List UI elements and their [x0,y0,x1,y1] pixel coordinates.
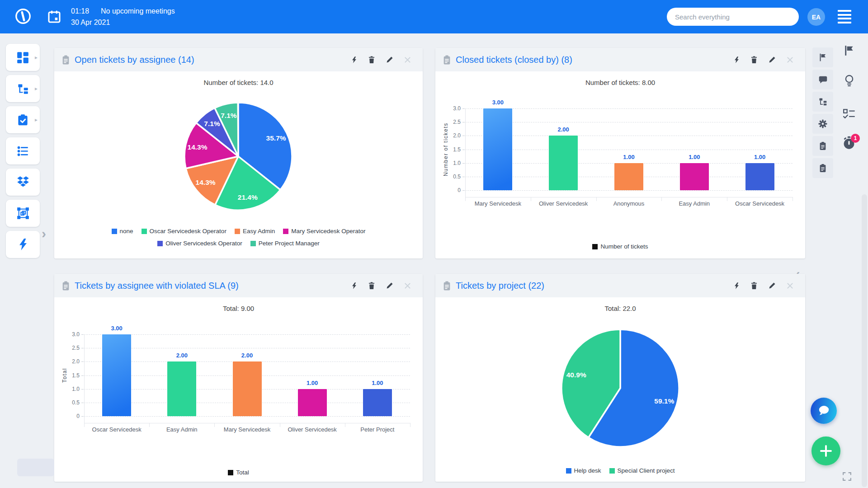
notification-badge[interactable]: 1 [851,134,860,143]
bar-value-label: 1.00 [609,154,649,160]
delete-trash-icon[interactable] [750,56,758,64]
bar[interactable] [363,389,392,416]
widget-header: Open tickets by assignee (14) [54,48,423,71]
edit-pencil-icon[interactable] [386,282,393,289]
bar[interactable] [483,108,512,190]
bar[interactable] [614,163,643,190]
quick-action-bolt-icon[interactable] [351,282,357,290]
tree-icon [818,97,827,106]
delete-trash-icon[interactable] [368,282,375,290]
current-date: 30 Apr 2021 [71,17,175,28]
close-icon[interactable] [404,282,411,289]
calendar-icon[interactable] [47,9,61,26]
chart-legend: Total [182,469,295,476]
dock-item-board[interactable] [812,136,833,156]
bar[interactable] [680,163,709,190]
edit-pencil-icon[interactable] [386,56,393,63]
legend-swatch-icon [112,229,117,234]
delete-trash-icon[interactable] [368,56,375,64]
pie-percent-label: 7.1% [204,120,220,127]
bar[interactable] [298,389,327,416]
bar-value-label: 1.00 [740,154,780,160]
y-tick-label: 3.0 [445,105,461,112]
dock-item-settings[interactable] [812,114,833,134]
app-logo-icon[interactable] [14,7,32,27]
toolbar-ideas[interactable] [842,73,856,88]
chart-subtitle: Total: 9.00 [54,305,423,312]
legend-swatch-icon [566,468,571,474]
sidebar-item-automation[interactable] [6,231,40,258]
bar[interactable] [745,163,774,190]
sidebar-item-canvas[interactable] [6,200,40,227]
x-category-label: Oliver Servicedesk [280,426,345,433]
close-icon[interactable] [787,282,793,289]
top-bar: 01:18No upcoming meetings 30 Apr 2021 EA [0,0,868,33]
delete-trash-icon[interactable] [750,282,758,290]
legend-swatch-icon [250,241,256,246]
bar[interactable] [167,361,196,416]
meeting-info: 01:18No upcoming meetings 30 Apr 2021 [71,5,175,28]
clipboard-icon [818,163,827,173]
bar[interactable] [233,361,262,416]
toolbar-flag[interactable] [842,43,856,58]
dock-item-comments[interactable] [812,70,833,89]
y-tick-label: 1.0 [445,160,461,166]
edit-pencil-icon[interactable] [769,56,776,63]
sidebar-item-dropbox[interactable] [6,169,40,196]
bar-value-label: 2.00 [161,352,202,359]
submenu-chevron-icon: ▸ [35,54,38,61]
legend-swatch-icon [228,470,233,475]
y-tick-label: 0 [445,187,461,193]
legend-item: Mary Servicedesk Operator [283,228,365,235]
chart-subtitle: Number of tickets: 8.00 [435,79,805,86]
bar-value-label: 1.00 [357,380,398,386]
toolbar-checklist[interactable] [842,107,856,121]
bar-value-label: 3.00 [96,325,137,332]
sidebar-item-hierarchy[interactable]: ▸ [6,75,40,102]
hamburger-menu-icon[interactable] [838,10,851,23]
x-category-label: Peter Project [345,426,410,433]
dashboard-grid-icon [17,52,29,64]
meeting-status: No upcoming meetings [101,7,175,15]
checklist-icon [843,108,855,119]
y-tick-label: 0.5 [64,399,80,406]
fullscreen-icon[interactable] [842,472,852,483]
sidebar-item-tasks[interactable]: ▸ [6,106,40,133]
dock-item-hierarchy[interactable] [812,92,833,112]
close-icon[interactable] [787,56,793,63]
y-tick-label: 2.0 [445,132,461,139]
quick-action-bolt-icon[interactable] [734,282,740,290]
legend-swatch-icon [283,229,288,234]
legend-swatch-icon [142,229,147,234]
search-input[interactable] [667,8,799,26]
legend-swatch-icon [592,244,598,249]
y-tick-label: 0.5 [445,174,461,180]
clipboard-check-icon [17,114,29,126]
legend-item: none [112,228,133,235]
add-new-button[interactable] [811,436,840,465]
chart-subtitle: Total: 22.0 [435,305,805,312]
bar[interactable] [102,334,131,416]
pie-percent-label: 35.7% [266,134,286,142]
vertical-scrollbar[interactable] [862,194,867,487]
quick-action-bolt-icon[interactable] [734,56,740,64]
close-icon[interactable] [404,56,411,63]
flag-icon [818,53,828,62]
bar-value-label: 2.00 [543,126,584,133]
sidebar-expand-chevron-icon[interactable]: › [42,226,46,241]
legend-swatch-icon [157,241,163,246]
x-category-label: Mary Servicedesk [214,426,279,433]
x-category-label: Easy Admin [149,426,214,433]
y-tick-label: 1.5 [64,372,80,379]
dock-item-flag[interactable] [812,47,833,67]
dock-item-report[interactable] [812,158,833,178]
sidebar-item-dashboard[interactable]: ▸ [6,44,40,71]
bar[interactable] [549,136,578,190]
sidebar-item-list[interactable] [6,137,40,164]
legend-item: Total [228,469,249,476]
live-chat-button[interactable] [811,398,837,424]
edit-pencil-icon[interactable] [769,282,776,289]
plus-icon [819,444,833,458]
user-avatar[interactable]: EA [807,8,825,26]
quick-action-bolt-icon[interactable] [351,56,357,64]
